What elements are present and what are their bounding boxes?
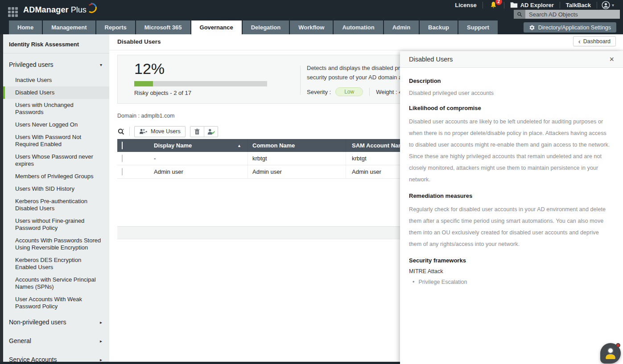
sidebar-item-reversible-encryption[interactable]: Accounts With Passwords Stored Using Rev…: [3, 234, 109, 254]
enable-users-button[interactable]: [204, 127, 218, 137]
select-all-checkbox[interactable]: [122, 142, 123, 149]
sidebar-group-privileged-users[interactable]: Privileged users ▾: [3, 55, 109, 74]
column-header-common-name[interactable]: Common Name: [248, 139, 346, 152]
sidebar-item-disabled-users[interactable]: Disabled Users: [3, 86, 109, 99]
topbar-links: License 2 AD Explorer TalkBack: [449, 0, 619, 10]
severity-label: Severity :: [307, 89, 331, 95]
chevron-left-icon: ‹: [578, 37, 581, 45]
tab-delegation[interactable]: Delegation: [243, 20, 289, 34]
tab-backup[interactable]: Backup: [420, 20, 458, 34]
caret-right-icon: ▸: [100, 320, 102, 325]
tab-governance[interactable]: Governance: [191, 20, 242, 34]
sidebar-group-general[interactable]: General ▸: [3, 331, 109, 350]
ad-explorer-link[interactable]: AD Explorer: [504, 2, 560, 8]
tab-microsoft-365[interactable]: Microsoft 365: [136, 20, 190, 34]
sidebar-group-service-accounts[interactable]: Service Accounts ▸: [3, 350, 109, 362]
move-users-button[interactable]: Move Users: [134, 126, 186, 137]
assistant-alert-dot: [616, 343, 620, 348]
sidebar: Identity Risk Assessment Privileged user…: [0, 34, 109, 362]
caret-right-icon: ▸: [100, 339, 102, 344]
user-menu-button[interactable]: ▾: [597, 1, 619, 9]
page-title: Disabled Users: [117, 38, 161, 45]
section-heading-likelihood: Likelihood of compromise: [409, 105, 611, 111]
caret-down-icon: ▾: [612, 3, 614, 8]
tab-admin[interactable]: Admin: [384, 20, 419, 34]
logo-swoosh-icon: [87, 3, 97, 13]
panel-body: Description Disabled privileged user acc…: [400, 68, 623, 285]
tab-reports[interactable]: Reports: [96, 20, 135, 34]
bullet-icon: •: [413, 279, 414, 285]
section-body-description: Disabled privileged user accounts: [409, 89, 611, 98]
cell-display-name: Admin user: [143, 165, 248, 178]
move-users-icon: [139, 128, 148, 135]
app-logo: ADManager Plus: [23, 5, 97, 15]
sidebar-item-password-not-required[interactable]: Users With Password Not Required Enabled: [3, 131, 109, 151]
top-bar: ADManager Plus License 2 AD Explorer Tal: [0, 0, 623, 20]
search-input[interactable]: [525, 10, 620, 19]
tab-support[interactable]: Support: [458, 20, 498, 34]
sidebar-item-never-logged-on[interactable]: Users Never Logged On: [3, 119, 109, 131]
close-icon[interactable]: ×: [609, 55, 614, 63]
notifications-button[interactable]: 2: [483, 1, 504, 9]
tab-workflow[interactable]: Workflow: [290, 20, 333, 34]
license-link[interactable]: License: [449, 2, 482, 8]
domain-label: Domain : admplb1.com: [117, 113, 175, 119]
bottom-edge-bar: [0, 362, 400, 364]
sidebar-item-sid-history[interactable]: Users With SID History: [3, 183, 109, 195]
sidebar-item-kerberos-preauth-disabled[interactable]: Kerberos Pre-authentication Disabled Use…: [3, 195, 109, 215]
sidebar-item-inactive-users[interactable]: Inactive Users: [3, 74, 109, 86]
global-search: [514, 10, 620, 19]
row-actions-group: [190, 126, 218, 137]
folder-icon: [510, 2, 518, 8]
section-heading-description: Description: [409, 78, 611, 84]
detail-panel: Disabled Users × Description Disabled pr…: [400, 51, 623, 364]
column-search-icon: [117, 128, 125, 135]
risk-percent: 12%: [134, 60, 165, 78]
search-scope-button[interactable]: [514, 10, 525, 19]
panel-header: Disabled Users ×: [400, 51, 623, 68]
column-search-button[interactable]: [117, 128, 125, 135]
sort-asc-icon[interactable]: ▲: [237, 143, 241, 148]
severity-badge: Low: [335, 87, 363, 96]
brand-suffix: Plus: [71, 5, 87, 15]
chat-assistant-button[interactable]: [600, 343, 621, 364]
sidebar-item-password-never-expires[interactable]: Users Whose Password never expires: [3, 151, 109, 170]
sidebar-item-kerberos-des[interactable]: Kerberos DES Encryption Enabled Users: [3, 254, 109, 274]
cell-common-name: Admin user: [248, 165, 346, 178]
cell-display-name: -: [143, 152, 248, 165]
assistant-icon: [607, 348, 614, 354]
section-heading-frameworks: Security frameworks: [409, 257, 611, 264]
sidebar-item-weak-password-policy[interactable]: User Accounts With Weak Password Policy: [3, 293, 109, 313]
directory-application-settings-button[interactable]: Directory/Application Settings: [524, 22, 616, 33]
search-icon: [517, 12, 523, 17]
severity-row: Severity : Low Weight : 4: [307, 87, 402, 96]
delete-users-button[interactable]: [190, 127, 204, 137]
sidebar-item-spns[interactable]: Accounts with Service Principal Names (S…: [3, 274, 109, 293]
framework-name: MITRE Attack: [409, 268, 611, 274]
tab-management[interactable]: Management: [43, 20, 95, 34]
dashboard-button[interactable]: ‹ Dashboard: [573, 36, 616, 46]
apps-grid-icon[interactable]: [8, 7, 18, 17]
nav-bar: Home Management Reports Microsoft 365 Go…: [0, 20, 623, 34]
sidebar-item-unchanged-passwords[interactable]: Users with Unchanged Passwords: [3, 99, 109, 119]
sidebar-item-fine-grained-policy[interactable]: Users without Fine-grained Password Poli…: [3, 215, 109, 234]
talkback-link[interactable]: TalkBack: [560, 2, 597, 8]
weight-label: Weight : 4: [376, 89, 402, 95]
gear-icon: [529, 25, 535, 31]
section-body-remediation: Regularly check for disabled user accoun…: [409, 204, 611, 250]
column-header-display-name[interactable]: Display Name ▲: [143, 139, 248, 152]
user-avatar-icon: [602, 1, 610, 9]
section-heading-remediation: Remediation measures: [409, 192, 611, 199]
risky-objects-label: Risky objects - 2 of 17: [134, 90, 191, 96]
tab-home[interactable]: Home: [9, 20, 42, 34]
sidebar-item-members-privileged-groups[interactable]: Members of Privileged Groups: [3, 170, 109, 183]
tab-automation[interactable]: Automation: [334, 20, 383, 34]
sidebar-collapse-strip[interactable]: [0, 34, 3, 362]
row-checkbox[interactable]: [122, 155, 123, 162]
trash-icon: [194, 128, 200, 135]
sidebar-title: Identity Risk Assessment: [3, 34, 109, 53]
table-toolbar: Move Users: [117, 125, 218, 138]
sidebar-group-non-privileged-users[interactable]: Non-privileged users ▸: [3, 313, 109, 331]
row-checkbox[interactable]: [122, 168, 123, 176]
brand-name: ADManager: [23, 5, 69, 15]
